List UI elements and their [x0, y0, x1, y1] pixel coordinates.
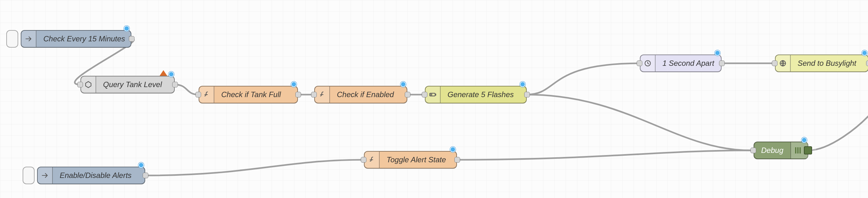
output-port[interactable] [524, 92, 530, 97]
node-label: 1 Second Apart [656, 59, 721, 68]
node-label: Debug [754, 146, 790, 155]
node-check-enabled[interactable]: Check if Enabled [314, 86, 407, 104]
input-port[interactable] [772, 61, 777, 66]
input-port[interactable] [195, 92, 201, 97]
globe-icon [776, 55, 791, 71]
error-triangle-icon [160, 70, 167, 76]
clock-icon [641, 55, 656, 71]
node-check-full[interactable]: Check if Tank Full [198, 86, 298, 104]
inject-button[interactable] [6, 30, 18, 48]
node-debug[interactable]: Debug [754, 142, 808, 159]
node-label: Enable/Disable Alerts [53, 171, 138, 180]
node-query-tank[interactable]: Query Tank Level [81, 76, 175, 93]
hexagon-icon [81, 76, 96, 93]
input-port[interactable] [311, 92, 317, 97]
output-port[interactable] [143, 173, 148, 178]
svg-marker-0 [86, 81, 91, 88]
input-port[interactable] [77, 82, 83, 87]
node-busylight[interactable]: Send to Busylight [775, 54, 868, 72]
node-label: Check if Tank Full [214, 90, 288, 99]
status-dot-icon [715, 50, 720, 56]
node-label: Generate 5 Flashes [441, 90, 521, 99]
node-label: Check if Enabled [330, 90, 401, 99]
node-label: Query Tank Level [96, 80, 169, 89]
arrow-right-icon [21, 31, 36, 47]
function-icon [199, 86, 214, 103]
arrow-right-icon [38, 167, 53, 184]
status-dot-icon [124, 26, 129, 31]
battery-icon [426, 86, 441, 103]
node-check-interval[interactable]: Check Every 15 Minutes ↻ [21, 30, 131, 48]
debug-list-icon [790, 142, 816, 159]
node-label: Toggle Alert State [380, 155, 453, 164]
input-port[interactable] [422, 92, 427, 97]
status-dot-icon [168, 71, 174, 77]
status-dot-icon [400, 81, 406, 87]
status-dot-icon [291, 81, 297, 87]
inject-button[interactable] [23, 167, 35, 184]
output-port[interactable] [866, 61, 868, 66]
status-dot-icon [450, 147, 456, 152]
node-label: Send to Busylight [791, 59, 863, 68]
function-icon [315, 86, 330, 103]
node-toggle-alert[interactable]: Toggle Alert State [364, 151, 457, 168]
output-port[interactable] [405, 92, 410, 97]
output-port[interactable] [172, 82, 178, 87]
node-label: Check Every 15 Minutes ↻ [36, 35, 141, 43]
output-port[interactable] [719, 61, 725, 66]
output-port[interactable] [129, 36, 134, 42]
input-port[interactable] [361, 157, 366, 163]
function-icon [365, 152, 380, 168]
status-dot-icon [862, 50, 867, 56]
input-port[interactable] [637, 61, 642, 66]
output-port[interactable] [455, 157, 460, 163]
status-dot-icon [801, 137, 807, 143]
status-dot-icon [138, 162, 144, 168]
status-dot-icon [520, 81, 525, 87]
node-enable-disable[interactable]: Enable/Disable Alerts [37, 167, 145, 184]
node-generate-flashes[interactable]: Generate 5 Flashes [425, 86, 527, 104]
output-port[interactable] [296, 92, 301, 97]
input-port[interactable] [750, 148, 756, 153]
node-delay[interactable]: 1 Second Apart [640, 54, 721, 72]
